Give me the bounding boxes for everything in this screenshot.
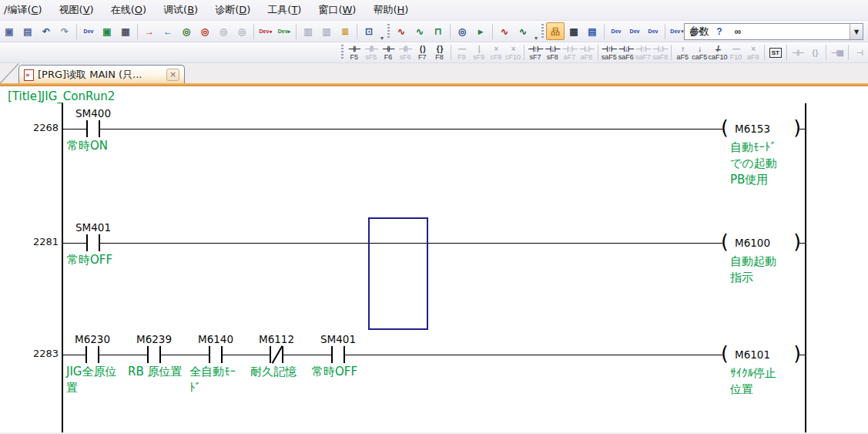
nc-slash — [272, 345, 283, 364]
nc-contact-symbol[interactable] — [270, 346, 283, 363]
tab-close-icon[interactable]: × — [166, 69, 179, 81]
sampling-trace-icon[interactable]: ∿ — [411, 22, 429, 40]
close-branch-button: ⊣/⊢sF6 — [397, 43, 414, 62]
coil-button[interactable]: ( )F7 — [414, 43, 431, 62]
coil-device-label: M6100 — [735, 237, 770, 249]
toolbar-separator — [137, 24, 138, 39]
ladder-canvas[interactable]: [Title]JIG_ConRun2 2268SM400常時ON(M6153)自… — [0, 86, 868, 432]
toolbar-overflow-icon[interactable]: ▾ — [532, 35, 540, 42]
no-contact-symbol[interactable] — [86, 234, 100, 251]
contact-comment: 全自動ﾓｰﾄﾞ — [189, 364, 236, 396]
no-contact-symbol[interactable] — [86, 120, 100, 137]
stacked-windows-icon[interactable]: ≣ — [336, 22, 354, 40]
menu-item-compile[interactable]: /编译(C) — [0, 0, 51, 20]
toolbar-overflow-icon[interactable]: ▾ — [378, 35, 386, 42]
no-contact-symbol[interactable] — [331, 346, 345, 363]
pulse-result-button[interactable]: ↓caF5 — [691, 43, 708, 62]
navigation-window-icon[interactable]: 品 — [546, 22, 565, 40]
program-find-icon[interactable]: ◎ — [453, 22, 471, 40]
delete-line-button: ×aF9 — [745, 43, 762, 62]
device-reference-icon[interactable]: ◎▾ — [686, 22, 705, 40]
ladder-selection-box — [368, 217, 428, 330]
rising-pulse-close-button[interactable]: ⊣↑⊢saF5 — [601, 43, 618, 62]
statement-icon[interactable]: ▣ — [98, 22, 116, 40]
application-instruction-button[interactable]: { }F8 — [431, 43, 447, 62]
rung-number: 2268 — [14, 122, 59, 133]
copy-icon[interactable]: ▣ — [0, 22, 18, 40]
coil-symbol[interactable]: (M6100) — [722, 233, 799, 253]
invert-operation-button[interactable]: -/-caF10 — [708, 43, 727, 62]
pc-monitor-icon[interactable]: ⊡ — [360, 22, 378, 40]
read-from-plc-icon[interactable]: ← — [159, 22, 177, 40]
tab-prg-main[interactable]: [PRG]读取 MAIN (只... × — [18, 65, 185, 84]
dropdown-arrow-icon[interactable]: ▾ — [699, 29, 702, 35]
contact-comment: JIG全原位置 — [66, 364, 116, 396]
toolbar-separator — [357, 24, 357, 39]
contact-device-label: SM400 — [59, 107, 128, 119]
toolbar-grip[interactable] — [541, 24, 544, 39]
toolbar-separator — [671, 45, 672, 60]
device-find-icon[interactable]: Dev — [607, 22, 625, 40]
menu-item-window[interactable]: 窗口(W) — [310, 0, 364, 20]
coil-comment: ｻｲｸﾙ停止位置 — [730, 365, 776, 398]
menu-item-online[interactable]: 在线(O) — [102, 0, 155, 20]
device-blocks-icon[interactable]: Dev — [644, 22, 662, 40]
falling-pulse-close-branch-button: ⊣↓⊢saF8 — [652, 43, 669, 62]
device-grid-icon[interactable]: Dev — [625, 22, 644, 40]
tab-title: [PRG]读取 MAIN (只... — [38, 68, 166, 82]
note-icon[interactable]: ▦ — [116, 22, 135, 40]
contact-device-label: M6140 — [181, 333, 250, 345]
menu-item-help[interactable]: 帮助(H) — [364, 0, 417, 20]
left-power-rail — [62, 103, 63, 432]
monitor-start-icon[interactable]: ◎ — [177, 22, 196, 40]
rung-line — [62, 243, 805, 244]
device-monitor-icon[interactable]: Dev● — [256, 22, 275, 40]
open-contact-button[interactable]: ⊣⊢F5 — [346, 43, 363, 62]
coil-symbol[interactable]: (M6101) — [722, 345, 799, 365]
ladder-logic-test-icon[interactable]: ∿ — [392, 22, 411, 40]
write-to-plc-icon[interactable]: → — [140, 22, 159, 40]
intelligent-module-icon[interactable]: ▦ — [565, 22, 583, 40]
rising-pulse-button[interactable]: ⊣↑⊢sF7 — [527, 43, 544, 62]
rising-pulse-close-branch-button: ⊣↑⊢saF7 — [635, 43, 652, 62]
falling-pulse-button[interactable]: ⊣↓⊢sF8 — [544, 43, 561, 62]
online-change-icon[interactable]: ▸ — [471, 22, 490, 40]
program-doc-icon — [24, 69, 34, 81]
trend-red-icon[interactable]: ∿ — [495, 22, 514, 40]
toolbar-separator — [253, 24, 254, 39]
inline-st-button[interactable]: ST — [767, 43, 784, 62]
menu-item-diagnostics[interactable]: 诊断(D) — [206, 0, 259, 20]
monitor-write-icon[interactable]: ◎ — [196, 22, 214, 40]
undo-icon[interactable]: ↶ — [37, 22, 55, 40]
help-icon[interactable]: ? — [710, 22, 729, 40]
coil-comment: 自動起動指示 — [730, 254, 776, 286]
step-execution-icon[interactable]: ⊓ — [429, 22, 447, 40]
menu-item-view[interactable]: 视图(V) — [51, 0, 102, 20]
device-comment-icon[interactable]: Dev — [79, 22, 98, 40]
paste-icon[interactable]: ▤ — [18, 22, 37, 40]
work-list-icon[interactable]: ▤ — [583, 22, 602, 40]
combo-dropdown-icon[interactable]: ▼ — [850, 24, 863, 39]
toolbar-grip[interactable] — [387, 24, 390, 39]
device-watch-icon[interactable]: Dev▾ — [668, 22, 686, 40]
contact-device-label: M6112 — [242, 333, 311, 345]
trend-green-icon[interactable]: ∿ — [514, 22, 532, 40]
no-contact-symbol[interactable] — [209, 346, 223, 363]
redo-icon[interactable]: ↷ — [55, 22, 74, 40]
toolbar-grip[interactable] — [341, 45, 344, 60]
no-contact-symbol[interactable] — [147, 346, 161, 363]
no-contact-symbol[interactable] — [85, 346, 99, 363]
contact-device-label: SM401 — [59, 221, 128, 234]
coil-symbol[interactable]: (M6153) — [722, 119, 799, 139]
device-test-icon[interactable]: Dev▸ — [275, 22, 293, 40]
toolbar-separator — [786, 45, 787, 60]
invert-result-button[interactable]: ↑aF5 — [674, 43, 691, 62]
find-binoculars-icon[interactable]: ∞ — [729, 22, 747, 40]
falling-pulse-close-button[interactable]: ⊣↓⊢saF6 — [618, 43, 635, 62]
menu-item-debug[interactable]: 调试(B) — [155, 0, 206, 20]
open-branch-button[interactable]: ⊣⊢F6 — [380, 43, 397, 62]
dropdown-arrow-icon[interactable]: ▾ — [681, 29, 684, 35]
ladder-title: [Title]JIG_ConRun2 — [8, 89, 115, 103]
menu-item-tools[interactable]: 工具(T) — [259, 0, 310, 20]
verify-with-plc-icon: ◎ — [214, 22, 233, 40]
